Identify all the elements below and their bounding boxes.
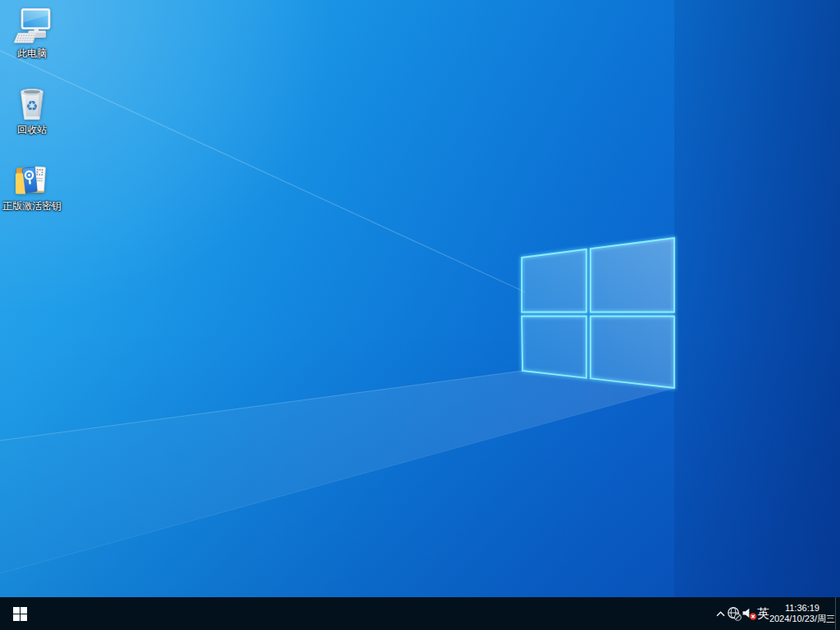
desktop-icon-label: 正版激活密钥 <box>2 201 62 212</box>
desktop-wallpaper[interactable] <box>0 0 840 597</box>
desktop-icon-label: 回收站 <box>17 125 47 135</box>
desktop-icon-list: 此电脑 ♻ 回收站 <box>1 7 63 212</box>
tray-clock[interactable]: 11:36:19 2024/10/23/周三 <box>769 597 835 630</box>
svg-text:♻: ♻ <box>25 98 38 114</box>
clock-date: 2024/10/23/周三 <box>769 614 835 624</box>
windows-start-icon <box>13 607 27 621</box>
chevron-up-icon <box>714 608 727 620</box>
windows-desktop: 此电脑 ♻ 回收站 <box>0 0 840 630</box>
speaker-muted-icon <box>742 606 757 621</box>
this-pc-icon <box>12 7 52 46</box>
tray-network-button[interactable] <box>727 597 742 630</box>
taskbar: 英 11:36:19 2024/10/23/周三 <box>0 597 840 630</box>
system-tray: 英 11:36:19 2024/10/23/周三 <box>714 597 840 630</box>
desktop-icon-activation-key-folder[interactable]: 正版激活密钥 <box>1 159 63 212</box>
recycle-bin-icon: ♻ <box>12 83 52 122</box>
clock-time: 11:36:19 <box>785 603 819 614</box>
desktop-icon-this-pc[interactable]: 此电脑 <box>1 7 63 59</box>
desktop-icon-recycle-bin[interactable]: ♻ 回收站 <box>1 83 63 135</box>
tray-volume-button[interactable] <box>742 597 757 630</box>
globe-no-internet-icon <box>727 606 742 621</box>
desktop-icon-label: 此电脑 <box>17 48 47 59</box>
tray-hidden-icons-button[interactable] <box>714 597 727 630</box>
activation-key-folder-icon <box>12 159 52 199</box>
tray-input-language-button[interactable]: 英 <box>757 597 769 630</box>
start-button[interactable] <box>0 597 39 630</box>
show-desktop-button[interactable] <box>835 597 840 630</box>
